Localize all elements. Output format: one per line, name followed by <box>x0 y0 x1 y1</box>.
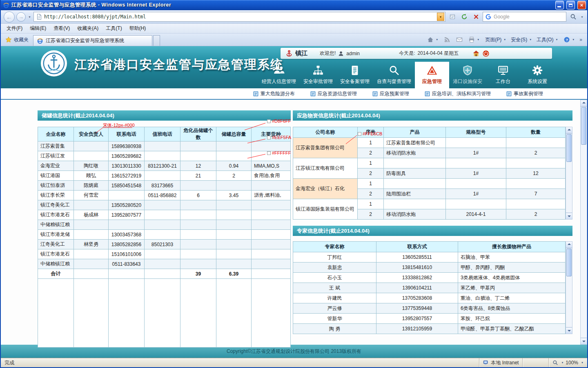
forward-button[interactable]: → <box>16 12 26 22</box>
tank-panel-header: 储罐信息统计(截止2014.04.04) <box>38 110 291 121</box>
address-input[interactable] <box>44 14 435 20</box>
print-button[interactable]: ▼ <box>466 35 482 44</box>
subnav-item-事故案例管理[interactable]: 事故案例管理 <box>506 90 543 97</box>
compatibility-button[interactable] <box>447 12 457 22</box>
close-button[interactable]: × <box>577 1 586 9</box>
tank-cell: 镇江奇美化工 <box>38 200 74 210</box>
subnav-item-应急资源信息管理[interactable]: 应急资源信息管理 <box>310 90 357 97</box>
favorites-button[interactable]: 收藏夹 <box>1 34 33 46</box>
scroll-up-icon[interactable] <box>581 100 587 107</box>
feeds-button[interactable] <box>441 35 453 44</box>
company-cell: 江苏索普集团有限公司 <box>293 138 358 158</box>
supplies-cell: 2 <box>358 189 384 199</box>
menu-item[interactable]: 工具(T) <box>102 24 125 33</box>
restore-button[interactable] <box>566 1 575 9</box>
nav-item-系统设置[interactable]: 系统设置 <box>520 62 555 88</box>
zoom-control[interactable]: ▼ 100% ▼ <box>548 358 587 367</box>
tank-cell: 2 <box>216 171 252 181</box>
search-input[interactable] <box>494 14 564 20</box>
tank-cell: 镇江李长荣 <box>38 191 74 200</box>
browser-tab[interactable]: 江苏省港口安全监管与应急管理系统 <box>33 35 152 46</box>
supplies-row: 金海宏业（镇江）石化1 <box>293 179 566 189</box>
users-icon <box>273 65 285 76</box>
nav-item-应急管理[interactable]: 应急管理 <box>415 62 449 88</box>
help-button[interactable]: ?▼ <box>561 35 577 44</box>
nav-item-工作台[interactable]: 工作台 <box>486 62 520 88</box>
tank-cell <box>74 230 109 240</box>
menu-item[interactable]: 编辑(E) <box>26 24 50 33</box>
toolbar-text-button[interactable]: 安全(S)▼ <box>508 35 534 45</box>
minimize-button[interactable] <box>555 1 564 9</box>
overflow-chevron-icon[interactable]: » <box>578 37 584 43</box>
logout-icon[interactable] <box>482 50 490 57</box>
menu-item[interactable]: 帮助(H) <box>126 24 150 33</box>
subnav-item-应急培训、演练和演习管理[interactable]: 应急培训、演练和演习管理 <box>425 90 491 97</box>
menu-item[interactable]: 收藏夹(A) <box>74 24 102 33</box>
new-tab-stub[interactable] <box>153 35 160 46</box>
supplies-row: 江苏镇江发电有限公司1 <box>293 158 566 168</box>
expert-cell: 石脑油、甲苯 <box>458 252 566 263</box>
nav-item-安全审批管理[interactable]: 安全审批管理 <box>300 62 336 88</box>
supplies-scrollbar[interactable] <box>566 127 572 220</box>
tank-cell: 江奇美化工 <box>38 240 74 249</box>
nav-item-港口设施保安[interactable]: 港口设施保安 <box>449 62 486 88</box>
scroll-thumb[interactable] <box>566 249 572 276</box>
today-label: 今天是: <box>399 50 415 57</box>
menu-item[interactable]: 查看(V) <box>50 24 74 33</box>
supplies-panel-header: 应急物资信息统计(截止2014.04.04) <box>293 110 572 121</box>
home-button[interactable]: ▼ <box>425 35 441 44</box>
menu-item[interactable]: 文件(F) <box>3 24 26 33</box>
supplies-cell: 1# <box>446 148 506 158</box>
scroll-down-icon[interactable] <box>581 338 587 344</box>
subnav-item-重大危险源分布[interactable]: 重大危险源分布 <box>253 90 295 97</box>
back-button[interactable]: ← <box>4 11 15 22</box>
experts-scrollbar[interactable] <box>566 241 572 334</box>
home-shortcut-icon[interactable] <box>472 50 480 57</box>
scroll-up-icon[interactable] <box>566 127 572 134</box>
expert-row: 石小玉133388128623类易燃液体、4类易燃固体 <box>293 273 566 283</box>
scroll-up-icon[interactable] <box>566 242 572 248</box>
toolbar-text-button[interactable]: 工具(O)▼ <box>534 35 560 45</box>
page-scrollbar[interactable] <box>580 100 587 345</box>
expert-cell: 王 斌 <box>293 283 376 293</box>
tank-cell <box>109 191 145 200</box>
scroll-track[interactable] <box>566 248 572 327</box>
city-label: 镇江 <box>295 49 307 57</box>
nav-item-自查与督查管理[interactable]: 自查与督查管理 <box>373 62 415 88</box>
tank-row: 江苏索普集15896380938 <box>38 141 291 151</box>
search-button[interactable] <box>568 12 578 22</box>
stop-button[interactable] <box>471 12 481 22</box>
refresh-icon <box>461 13 468 20</box>
column-header: 危化品储罐个数 <box>180 127 216 141</box>
mail-icon <box>456 36 463 43</box>
scroll-track[interactable] <box>581 107 587 338</box>
tank-cell: 12 <box>180 161 216 171</box>
tank-cell: 江苏索普集 <box>38 141 74 151</box>
toolbar-text-buttons: 页面(P)▼安全(S)▼工具(O)▼ <box>483 35 560 45</box>
address-dropdown[interactable]: ▼ <box>437 13 444 21</box>
scroll-down-icon[interactable] <box>566 327 572 334</box>
column-header: 数量 <box>506 127 566 138</box>
scroll-track[interactable] <box>566 134 572 213</box>
refresh-button[interactable] <box>459 12 469 22</box>
gear-icon <box>532 65 543 76</box>
tank-cell: 中储粮镇江粮 <box>38 220 74 230</box>
tank-cell <box>145 210 180 220</box>
tank-cell <box>180 240 216 249</box>
subnav-item-应急预案管理[interactable]: 应急预案管理 <box>372 90 409 97</box>
nav-item-经营人信息管理[interactable]: 经营人信息管理 <box>258 62 300 88</box>
tank-cell: 镇江市港龙石 <box>38 210 74 220</box>
history-dropdown[interactable]: ▼ <box>27 16 32 18</box>
scroll-thumb[interactable] <box>581 107 586 145</box>
scroll-down-icon[interactable] <box>566 213 572 219</box>
search-dropdown[interactable]: ▼ <box>580 16 584 18</box>
tank-cell: 金海宏业 <box>38 161 74 171</box>
tank-cell <box>252 220 291 230</box>
mail-button[interactable] <box>454 35 465 44</box>
supplies-cell: 2 <box>506 209 566 220</box>
nav-item-安全备案管理[interactable]: 安全备案管理 <box>336 62 373 88</box>
scroll-thumb[interactable] <box>566 134 572 162</box>
copyright-text: Copyright©江苏省交通规划设计院股份有限公司 2013版权所有 <box>227 348 361 355</box>
toolbar-text-button[interactable]: 页面(P)▼ <box>483 35 508 45</box>
tank-table: 企业名称安全负责人联系电话值班电话危化品储罐个数储罐总容量主要货种江苏索普集15… <box>38 127 291 348</box>
